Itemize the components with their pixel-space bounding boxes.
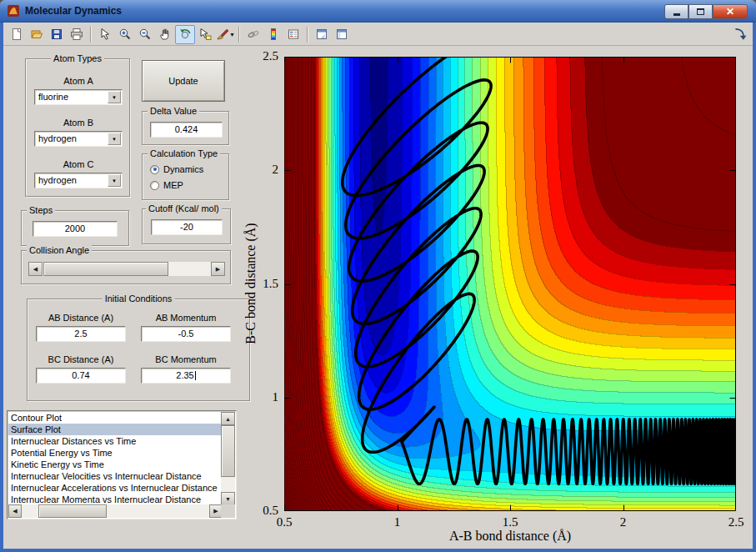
ab-distance-input[interactable]: 2.5 bbox=[36, 326, 126, 342]
bc-distance-input[interactable]: 0.74 bbox=[36, 368, 126, 384]
minimize-button[interactable] bbox=[664, 4, 688, 19]
y-tick-label: 1 bbox=[273, 390, 279, 404]
link-plot-button[interactable] bbox=[243, 25, 263, 44]
radio-button-icon[interactable] bbox=[150, 165, 159, 174]
list-item[interactable]: Surface Plot bbox=[8, 424, 223, 435]
colorbar-icon bbox=[267, 28, 280, 41]
listbox-vscrollbar[interactable]: ▲ ▼ bbox=[221, 412, 235, 505]
list-item[interactable]: Internuclear Velocities vs Internuclear … bbox=[8, 470, 223, 482]
cutoff-legend: Cutoff (Kcal/ mol) bbox=[146, 203, 222, 214]
x-axis-label: A-B bond distance (Å) bbox=[449, 529, 571, 544]
list-item[interactable]: Contour Plot bbox=[8, 412, 223, 424]
open-button[interactable] bbox=[27, 25, 47, 44]
list-item[interactable]: Potential Energy vs Time bbox=[8, 447, 223, 459]
y-tick-label: 0.5 bbox=[263, 504, 278, 518]
radio-label: MEP bbox=[163, 180, 183, 190]
delta-value-legend: Delta Value bbox=[148, 106, 199, 117]
figure-window: Molecular Dynamics ✕ ▾ Atom Types Atom A… bbox=[0, 0, 756, 552]
contour-plot-canvas[interactable] bbox=[284, 57, 736, 511]
delta-value-input[interactable]: 0.424 bbox=[150, 122, 223, 138]
atom-b-value: hydrogen bbox=[38, 133, 77, 143]
zoom-in-button[interactable] bbox=[115, 25, 135, 44]
list-item[interactable]: Internuclear Momenta vs Internuclear Dis… bbox=[8, 494, 223, 505]
atom-a-select[interactable]: fluorine ▼ bbox=[34, 89, 123, 105]
chevron-down-icon[interactable]: ▼ bbox=[108, 133, 121, 145]
save-button[interactable] bbox=[47, 25, 67, 44]
cutoff-panel: Cutoff (Kcal/ mol) -20 bbox=[142, 208, 231, 244]
ab-momentum-input[interactable]: -0.5 bbox=[141, 326, 231, 342]
chevron-down-icon[interactable]: ▼ bbox=[108, 174, 121, 187]
maximize-button[interactable] bbox=[688, 4, 713, 19]
open-icon bbox=[30, 28, 43, 41]
maximize-icon bbox=[697, 8, 704, 15]
steps-legend: Steps bbox=[27, 205, 55, 216]
bc-momentum-label: BC Momentum bbox=[141, 354, 231, 364]
x-tick-label: 0.5 bbox=[277, 515, 293, 529]
update-button[interactable]: Update bbox=[142, 60, 225, 102]
cutoff-input[interactable]: -20 bbox=[151, 219, 223, 235]
listbox-hscrollbar[interactable]: ◀ ▶ bbox=[8, 504, 223, 518]
y-tick-label: 2 bbox=[273, 163, 279, 177]
show-plot-tools-button[interactable] bbox=[332, 25, 352, 44]
dropdown-arrow-icon[interactable]: ▾ bbox=[230, 31, 233, 38]
new-button[interactable] bbox=[7, 25, 27, 44]
atom-b-select[interactable]: hydrogen ▼ bbox=[34, 131, 123, 147]
title-bar[interactable]: Molecular Dynamics ✕ bbox=[0, 0, 756, 23]
matlab-app-icon bbox=[7, 4, 20, 18]
toolbar: ▾ bbox=[3, 23, 753, 46]
ab-distance-label: AB Distance (A) bbox=[36, 313, 126, 323]
collision-angle-panel: Collision Angle ◀ ▶ bbox=[21, 250, 231, 284]
collision-angle-slider[interactable]: ◀ ▶ bbox=[28, 262, 225, 276]
close-button[interactable]: ✕ bbox=[713, 4, 748, 19]
atom-b-label: Atom B bbox=[26, 118, 131, 128]
print-button[interactable] bbox=[67, 25, 87, 44]
list-item[interactable]: Internuclear Distances vs Time bbox=[8, 435, 223, 447]
chevron-down-icon[interactable]: ▼ bbox=[108, 91, 121, 103]
x-tick-label: 2.5 bbox=[728, 515, 744, 529]
slider-thumb[interactable] bbox=[43, 262, 168, 276]
steps-input[interactable]: 2000 bbox=[33, 221, 118, 237]
list-item[interactable]: Kinetic Energy vs Time bbox=[8, 459, 223, 470]
list-item[interactable]: Internuclear Accelerations vs Internucle… bbox=[8, 482, 223, 494]
radio-mep[interactable]: MEP bbox=[150, 180, 183, 190]
pan-icon bbox=[158, 28, 172, 41]
legend-icon bbox=[287, 28, 300, 41]
close-icon: ✕ bbox=[726, 6, 734, 18]
edit-plot-button[interactable] bbox=[95, 25, 115, 44]
atom-c-value: hydrogen bbox=[38, 175, 77, 185]
radio-label: Dynamics bbox=[163, 164, 203, 174]
slider-right-arrow-icon[interactable]: ▶ bbox=[211, 262, 225, 276]
data-cursor-button[interactable] bbox=[195, 25, 215, 44]
listbox-items: Contour PlotSurface PlotInternuclear Dis… bbox=[8, 412, 223, 505]
plot-type-listbox[interactable]: Contour PlotSurface PlotInternuclear Dis… bbox=[7, 410, 237, 519]
slider-left-arrow-icon[interactable]: ◀ bbox=[28, 262, 43, 276]
bc-momentum-input[interactable]: 2.35 bbox=[141, 368, 231, 384]
initial-conditions-panel: Initial Conditions AB Distance (A) 2.5 A… bbox=[27, 299, 250, 401]
window-title: Molecular Dynamics bbox=[25, 5, 122, 17]
link-plot-icon bbox=[247, 28, 260, 41]
colorbar-button[interactable] bbox=[263, 25, 283, 44]
brush-button[interactable]: ▾ bbox=[215, 25, 235, 44]
dock-figure-icon[interactable] bbox=[733, 27, 748, 42]
radio-dynamics[interactable]: Dynamics bbox=[150, 164, 203, 174]
vscroll-thumb[interactable] bbox=[221, 425, 235, 477]
atom-c-select[interactable]: hydrogen ▼ bbox=[34, 173, 123, 188]
scroll-up-arrow-icon[interactable]: ▲ bbox=[221, 412, 235, 425]
scroll-down-arrow-icon[interactable]: ▼ bbox=[221, 492, 235, 505]
hide-plot-tools-icon bbox=[315, 28, 328, 41]
zoom-out-button[interactable] bbox=[135, 25, 155, 44]
pan-button[interactable] bbox=[155, 25, 175, 44]
legend-button[interactable] bbox=[283, 25, 303, 44]
hscroll-thumb[interactable] bbox=[38, 504, 107, 518]
show-plot-tools-icon bbox=[335, 28, 348, 41]
initial-conditions-legend: Initial Conditions bbox=[103, 294, 175, 304]
radio-button-icon[interactable] bbox=[150, 181, 159, 190]
atom-a-value: fluorine bbox=[38, 92, 68, 102]
rotate-3d-button[interactable] bbox=[175, 25, 195, 44]
y-tick-label: 1.5 bbox=[263, 277, 278, 291]
delta-value-panel: Delta Value 0.424 bbox=[142, 111, 229, 145]
rotate-3d-icon bbox=[178, 28, 192, 41]
save-icon bbox=[50, 28, 63, 41]
hide-plot-tools-button[interactable] bbox=[312, 25, 332, 44]
scroll-left-arrow-icon[interactable]: ◀ bbox=[8, 504, 22, 518]
